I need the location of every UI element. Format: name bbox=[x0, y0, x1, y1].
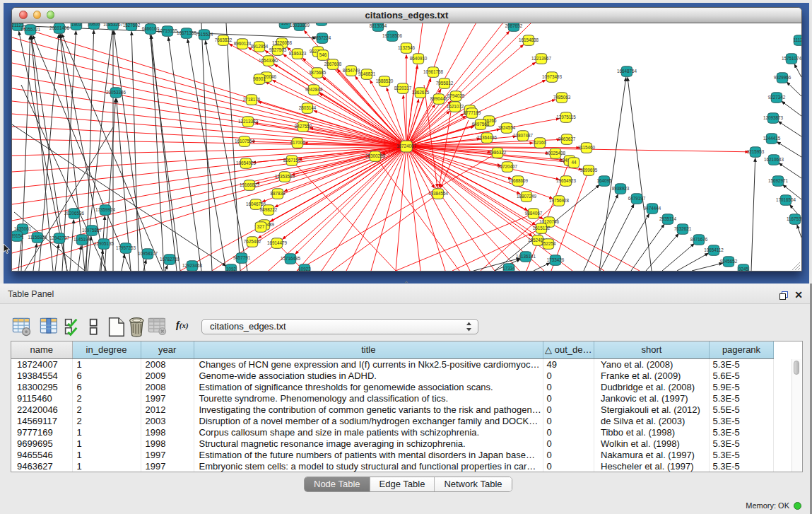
svg-text:16914479: 16914479 bbox=[267, 240, 288, 245]
svg-text:1362615: 1362615 bbox=[412, 90, 430, 95]
svg-text:7632621: 7632621 bbox=[674, 226, 692, 231]
svg-text:19756928: 19756928 bbox=[549, 198, 570, 203]
svg-text:13226058: 13226058 bbox=[272, 40, 293, 45]
svg-text:8640910: 8640910 bbox=[410, 56, 428, 61]
svg-text:98901: 98901 bbox=[253, 76, 266, 81]
svg-text:16210643: 16210643 bbox=[764, 157, 784, 162]
svg-text:3875685: 3875685 bbox=[309, 70, 326, 75]
svg-text:9474444: 9474444 bbox=[644, 206, 661, 211]
svg-text:10853267: 10853267 bbox=[103, 23, 124, 27]
svg-text:15692971: 15692971 bbox=[768, 178, 789, 183]
svg-text:16782759: 16782759 bbox=[160, 257, 180, 262]
svg-text:19166827: 19166827 bbox=[240, 182, 260, 187]
svg-text:17359924: 17359924 bbox=[95, 207, 116, 212]
svg-text:417004: 417004 bbox=[290, 140, 305, 145]
svg-text:10688609: 10688609 bbox=[508, 178, 529, 183]
svg-text:14055721: 14055721 bbox=[20, 27, 41, 32]
svg-text:9899695: 9899695 bbox=[580, 168, 598, 173]
svg-text:2867608: 2867608 bbox=[324, 62, 342, 66]
svg-text:3215953: 3215953 bbox=[747, 149, 765, 154]
svg-text:2718176: 2718176 bbox=[243, 97, 261, 102]
svg-text:10973493: 10973493 bbox=[542, 74, 563, 79]
svg-text:1092: 1092 bbox=[226, 267, 237, 271]
svg-text:1588520: 1588520 bbox=[376, 78, 394, 83]
svg-text:44: 44 bbox=[571, 160, 577, 165]
svg-text:546: 546 bbox=[319, 52, 327, 57]
svg-text:2803144: 2803144 bbox=[299, 105, 317, 110]
svg-text:7515524: 7515524 bbox=[196, 32, 213, 37]
svg-text:10923: 10923 bbox=[298, 267, 311, 271]
svg-text:12213383: 12213383 bbox=[238, 119, 259, 124]
svg-text:14136141: 14136141 bbox=[516, 254, 536, 259]
svg-text:10975867: 10975867 bbox=[82, 228, 102, 233]
svg-text:8498222: 8498222 bbox=[260, 207, 278, 212]
svg-text:7663822: 7663822 bbox=[215, 37, 233, 42]
svg-text:1615132: 1615132 bbox=[533, 226, 551, 230]
svg-text:15751074: 15751074 bbox=[782, 56, 801, 61]
svg-text:16107554: 16107554 bbox=[235, 139, 255, 144]
svg-text:18807249: 18807249 bbox=[517, 194, 537, 199]
svg-text:6497568: 6497568 bbox=[472, 122, 490, 127]
svg-text:12923468: 12923468 bbox=[182, 263, 203, 268]
svg-text:164095: 164095 bbox=[596, 178, 612, 183]
svg-text:16154838: 16154838 bbox=[519, 37, 539, 42]
svg-text:9242848: 9242848 bbox=[305, 87, 323, 92]
svg-text:887833: 887833 bbox=[270, 191, 286, 196]
svg-text:8938923: 8938923 bbox=[612, 186, 630, 191]
svg-text:12353594: 12353594 bbox=[275, 174, 295, 179]
svg-text:11123: 11123 bbox=[794, 37, 801, 42]
svg-text:1244415: 1244415 bbox=[763, 136, 781, 141]
svg-text:16543382: 16543382 bbox=[259, 58, 279, 63]
svg-text:9329966: 9329966 bbox=[774, 75, 792, 80]
svg-text:12942737: 12942737 bbox=[49, 235, 70, 240]
svg-text:19218506: 19218506 bbox=[382, 33, 403, 38]
svg-text:19654923: 19654923 bbox=[556, 178, 577, 183]
svg-text:12975115: 12975115 bbox=[556, 115, 576, 119]
svg-text:9227342: 9227342 bbox=[768, 95, 786, 100]
svg-text:10807487: 10807487 bbox=[513, 133, 534, 138]
svg-text:8471676: 8471676 bbox=[690, 237, 708, 242]
svg-text:2087652: 2087652 bbox=[505, 23, 523, 28]
svg-text:1167533: 1167533 bbox=[787, 216, 801, 221]
svg-text:7986322: 7986322 bbox=[489, 150, 507, 155]
svg-text:21364436: 21364436 bbox=[477, 135, 498, 140]
svg-text:8960124: 8960124 bbox=[234, 41, 252, 46]
svg-text:25300295: 25300295 bbox=[365, 153, 386, 158]
svg-text:18724007: 18724007 bbox=[396, 144, 417, 148]
svg-text:19654925: 19654925 bbox=[236, 160, 257, 165]
svg-text:7857224: 7857224 bbox=[314, 35, 331, 40]
svg-text:1527602: 1527602 bbox=[123, 23, 141, 28]
svg-text:10958107: 10958107 bbox=[138, 251, 158, 256]
svg-text:7485063: 7485063 bbox=[553, 95, 571, 100]
svg-text:16648764: 16648764 bbox=[617, 69, 637, 74]
svg-text:20053346: 20053346 bbox=[106, 90, 126, 95]
svg-text:10719155: 10719155 bbox=[158, 28, 178, 33]
svg-text:6794028: 6794028 bbox=[447, 93, 465, 98]
svg-text:1733426: 1733426 bbox=[547, 257, 565, 262]
svg-text:16853: 16853 bbox=[88, 23, 100, 26]
svg-text:62160: 62160 bbox=[534, 140, 546, 145]
svg-text:8427552: 8427552 bbox=[295, 124, 312, 129]
svg-text:9245: 9245 bbox=[739, 267, 749, 271]
svg-text:20691406: 20691406 bbox=[49, 25, 70, 30]
svg-text:9463627: 9463627 bbox=[558, 136, 576, 141]
svg-text:9115460: 9115460 bbox=[578, 145, 596, 150]
svg-text:17957253: 17957253 bbox=[116, 245, 136, 250]
svg-text:8990448: 8990448 bbox=[430, 96, 448, 101]
svg-text:12213967: 12213967 bbox=[531, 56, 552, 61]
svg-text:20206536: 20206536 bbox=[64, 211, 85, 216]
svg-text:8267150: 8267150 bbox=[283, 158, 301, 163]
svg-text:17334: 17334 bbox=[502, 266, 515, 271]
svg-text:2935114: 2935114 bbox=[659, 216, 677, 221]
svg-text:10654112: 10654112 bbox=[704, 247, 724, 252]
svg-text:9327503: 9327503 bbox=[269, 47, 287, 52]
svg-text:7625402: 7625402 bbox=[244, 239, 261, 244]
svg-text:1132546: 1132546 bbox=[398, 45, 416, 50]
svg-text:6479197: 6479197 bbox=[628, 196, 646, 201]
svg-text:11156829: 11156829 bbox=[28, 235, 47, 240]
svg-text:9777169: 9777169 bbox=[464, 110, 481, 115]
svg-text:16671355: 16671355 bbox=[177, 30, 197, 35]
svg-text:8912954: 8912954 bbox=[251, 44, 269, 49]
svg-text:8813054: 8813054 bbox=[370, 23, 387, 28]
svg-text:16046756: 16046756 bbox=[246, 201, 266, 206]
